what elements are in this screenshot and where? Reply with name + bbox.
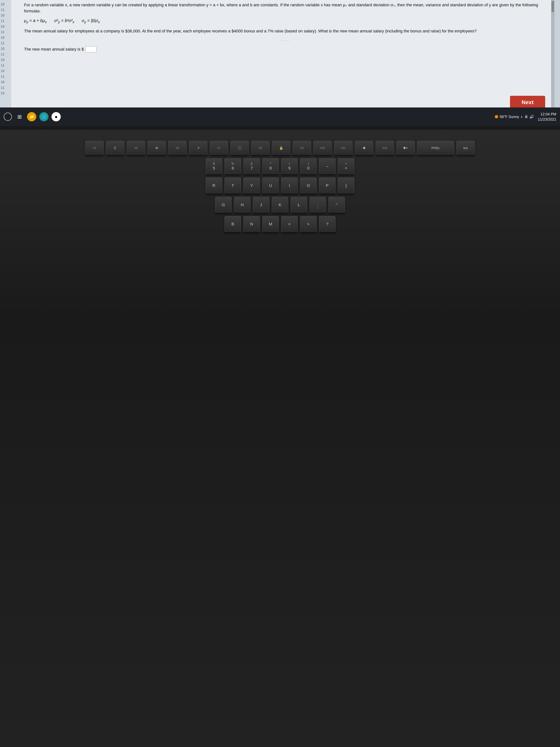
key-f7-icon[interactable]: ⬛ xyxy=(230,141,249,156)
weather-dot xyxy=(495,115,498,119)
answer-input[interactable] xyxy=(85,46,97,52)
next-button-label: Next xyxy=(522,99,534,105)
line-numbers: 10 11 10 11 10 11 10 11 10 11 10 11 10 1… xyxy=(0,0,11,107)
key-g[interactable]: G xyxy=(215,197,232,213)
formula-line: μy = a + bμx σ²y = b²σ²x σy = |b|σx xyxy=(24,18,547,25)
key-b[interactable]: B xyxy=(224,216,241,233)
clock-time: 12:04 PM xyxy=(538,111,556,117)
key-p[interactable]: P xyxy=(319,178,336,194)
formula-std: σy = |b|σx xyxy=(82,18,100,25)
key-t[interactable]: T xyxy=(224,178,241,194)
weather-text: 58°F Sunny xyxy=(500,115,519,119)
key-f4[interactable]: F4 xyxy=(85,141,104,156)
key-dollar-5[interactable]: $ 5 xyxy=(206,158,222,175)
row-rtyuiop: R T Y U I O P { xyxy=(19,178,541,194)
scrollbar-thumb[interactable] xyxy=(552,1,554,12)
key-u[interactable]: U xyxy=(262,178,279,194)
key-colon[interactable]: : ; xyxy=(310,197,326,213)
key-prtsc[interactable]: PrtSc xyxy=(417,141,454,156)
next-button[interactable]: Next xyxy=(510,96,545,109)
screen-content: For a random variable x, a new random va… xyxy=(11,0,555,107)
key-f9[interactable]: F9 xyxy=(293,141,311,156)
weather-arrow: ∧ xyxy=(521,115,523,119)
key-f11[interactable]: F11 xyxy=(334,141,353,156)
key-j[interactable]: J xyxy=(253,197,269,213)
key-email[interactable]: ✉ xyxy=(148,141,166,156)
key-f10[interactable]: F10 xyxy=(313,141,332,156)
key-ins[interactable]: Ins xyxy=(456,141,475,156)
key-o[interactable]: O xyxy=(300,178,317,194)
fn-key-row: F4 C F5 ✉ F6 ↗ F7 ⬛ F8 🔒 F9 F10 F11 ✱ F1… xyxy=(19,141,541,156)
scrollbar-track[interactable] xyxy=(551,0,555,107)
key-minus[interactable]: – xyxy=(319,158,336,175)
key-y[interactable]: Y xyxy=(243,178,260,194)
key-quote[interactable]: " xyxy=(328,197,345,213)
key-f6[interactable]: F6 xyxy=(168,141,187,156)
key-question[interactable]: ? xyxy=(319,216,336,233)
key-n[interactable]: N xyxy=(243,216,260,233)
paragraph2: The mean annual salary for employees at … xyxy=(24,28,547,34)
row-bnm: B N M < > ? xyxy=(19,216,541,233)
key-c[interactable]: C xyxy=(106,141,125,156)
key-k[interactable]: K xyxy=(272,197,288,213)
taskbar-chrome-icon[interactable]: ● xyxy=(52,112,61,121)
keyboard-area: F4 C F5 ✉ F6 ↗ F7 ⬛ F8 🔒 F9 F10 F11 ✱ F1… xyxy=(0,130,560,747)
key-asterisk-8[interactable]: * 8 xyxy=(262,158,279,175)
taskbar-folder-icon[interactable]: 📁 xyxy=(27,112,36,121)
paragraph1-text: For a random variable x, a new random va… xyxy=(24,3,538,14)
key-sun-plus[interactable]: ✱+ xyxy=(396,141,415,156)
key-lbrace[interactable]: { xyxy=(338,178,354,194)
content-area: For a random variable x, a new random va… xyxy=(24,2,547,52)
clock: 12:04 PM 11/23/2021 xyxy=(538,111,556,122)
num-key-row: $ 5 % 6 & 7 * 8 ( 9 ) 0 – xyxy=(19,158,541,175)
key-percent-6[interactable]: % 6 xyxy=(224,158,241,175)
key-f5[interactable]: F5 xyxy=(127,141,145,156)
ellipsis: ..... xyxy=(24,37,547,43)
row-ghjkl: G H J K L : ; " xyxy=(19,197,541,213)
taskbar-globe-icon[interactable]: 🌐 xyxy=(39,112,49,121)
key-h[interactable]: H xyxy=(234,197,250,213)
paragraph1: For a random variable x, a new random va… xyxy=(24,2,547,14)
key-ampersand-7[interactable]: & 7 xyxy=(243,158,260,175)
key-f12[interactable]: F12 xyxy=(376,141,394,156)
screen: 10 11 10 11 10 11 10 11 10 11 10 11 10 1… xyxy=(0,0,560,126)
key-r[interactable]: R xyxy=(206,178,222,194)
taskbar-start-icon[interactable]: ○ xyxy=(4,113,12,121)
formula-mean: μy = a + bμx xyxy=(24,18,47,25)
taskbar-right: 58°F Sunny ∧ 🖥 🔊 12:04 PM 11/23/2021 xyxy=(495,111,556,122)
key-arrow-up-right[interactable]: ↗ xyxy=(189,141,207,156)
key-lt[interactable]: < xyxy=(281,216,298,233)
taskbar-grid-icon[interactable]: ⊞ xyxy=(15,112,24,121)
clock-date: 11/23/2021 xyxy=(538,117,556,122)
key-gt[interactable]: > xyxy=(300,216,317,233)
paragraph2-text: The mean annual salary for employees at … xyxy=(24,29,477,33)
answer-label: The new mean annual salary is $ xyxy=(24,46,84,52)
key-plus-equal[interactable]: + = xyxy=(338,158,354,175)
keyboard-container: F4 C F5 ✉ F6 ↗ F7 ⬛ F8 🔒 F9 F10 F11 ✱ F1… xyxy=(19,141,541,437)
key-sun-minus[interactable]: ✱ xyxy=(355,141,373,156)
key-m[interactable]: M xyxy=(262,216,279,233)
formula-variance: σ²y = b²σ²x xyxy=(54,18,74,25)
weather-info: 58°F Sunny ∧ 🖥 🔊 xyxy=(495,114,534,119)
monitor-icon: 🖥 xyxy=(524,115,528,119)
key-rparen-0[interactable]: ) 0 xyxy=(300,158,317,175)
key-f7[interactable]: F7 xyxy=(210,141,228,156)
key-lock[interactable]: 🔒 xyxy=(272,141,290,156)
key-f8[interactable]: F8 xyxy=(251,141,270,156)
key-l[interactable]: L xyxy=(291,197,307,213)
key-i[interactable]: I xyxy=(281,178,298,194)
taskbar: ○ ⊞ 📁 🌐 ● 58°F Sunny ∧ 🖥 🔊 12:04 PM 11/2… xyxy=(0,107,560,126)
answer-line: The new mean annual salary is $ xyxy=(24,46,547,52)
key-lparen-9[interactable]: ( 9 xyxy=(281,158,298,175)
volume-icon: 🔊 xyxy=(529,114,534,119)
